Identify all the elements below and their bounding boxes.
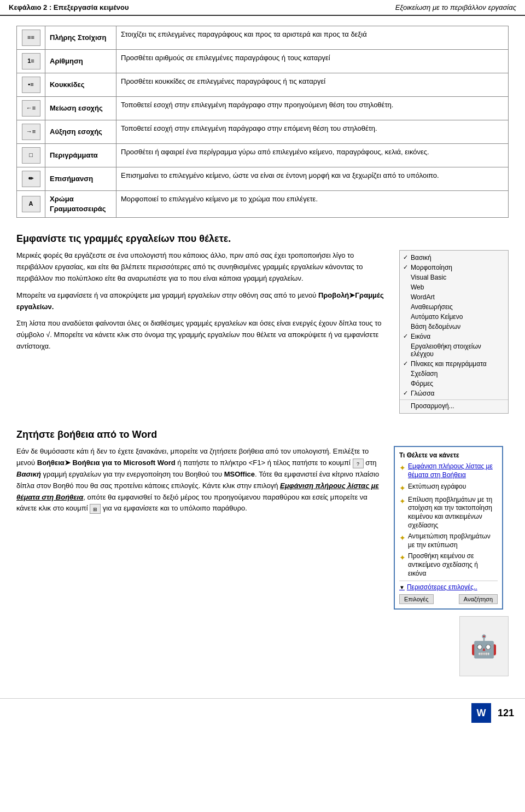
toolbar-item-desc: Προσθέτει κουκκίδες σε επιλεγμένες παραγ…	[116, 73, 509, 97]
menu-item[interactable]: WordArt	[400, 292, 508, 302]
help-button-icon: ?	[353, 459, 364, 468]
menu-item[interactable]: Web	[400, 282, 508, 292]
help-dialog-title: Τι Θέλετε να κάνετε	[399, 451, 498, 459]
menu-item[interactable]: Αυτόματο Κείμενο	[400, 312, 508, 322]
toolbar-item-name: Χρώμα Γραμματοσειράς	[45, 191, 116, 218]
toolbar-menu-box: ΒασικήΜορφοποίησηVisual BasicWebWordArtΑ…	[399, 250, 509, 414]
menu-item[interactable]: Visual Basic	[400, 272, 508, 282]
section2-heading: Ζητήστε βοήθεια από το Word	[16, 429, 509, 440]
toolbar-item-desc: Προσθέτει ή αφαιρεί ένα περίγραμμα γύρω …	[116, 144, 509, 167]
toolbar-item-name: Κουκκίδες	[45, 73, 116, 97]
format-table: ≡≡Πλήρης ΣτοίχισηΣτοιχίζει τις επιλεγμέν…	[16, 26, 509, 218]
menu-item[interactable]: Αναθεωρήσεις	[400, 302, 508, 312]
help-list-item: ✦Αντιμετώπιση προβλημάτων με την εκτύπωσ…	[399, 532, 498, 549]
menu-item[interactable]: Σχεδίαση	[400, 369, 508, 379]
highlight-icon: ✏	[17, 167, 45, 191]
toolbar-item-desc: Τοποθετεί εσοχή στην επιλεγμένη παράγραφ…	[116, 120, 509, 144]
section1-heading: Εμφανίστε τις γραμμές εργαλείων που θέλε…	[16, 233, 509, 245]
section1-para2: Μπορείτε να εμφανίσετε ή να αποκρύψετε μ…	[16, 290, 388, 313]
toolbar-item-desc: Μορφοποιεί το επιλεγμένο κείμενο με το χ…	[116, 191, 509, 218]
toolbar-item-name: Αρίθμηση	[45, 50, 116, 73]
toolbar-item-name: Επισήμανση	[45, 167, 116, 191]
toolbar-item-name: Πλήρης Στοίχιση	[45, 26, 116, 50]
font-color-icon: A	[17, 191, 45, 218]
page-header: Κεφάλαιο 2 : Επεξεργασία κειμένου Εξοικε…	[0, 0, 525, 16]
toolbar-item-desc: Επισημαίνει το επιλεγμένο κείμενο, ώστε …	[116, 167, 509, 191]
toolbar-item-name: Αύξηση εσοχής	[45, 120, 116, 144]
help-list-item: ✦Προσθήκη κειμένου σε αντικείμενο σχεδία…	[399, 552, 498, 578]
section2-para1: Εάν δε θυμόσαστε κάτι ή δεν το έχετε ξαν…	[16, 446, 383, 514]
help-options-button[interactable]: Επιλογές	[399, 594, 434, 604]
help-dialog-box: Τι Θέλετε να κάνετε ✦Εμφάνιση πλήρους λί…	[394, 446, 503, 610]
border-icon: □	[17, 144, 45, 167]
menu-item[interactable]: Εικόνα	[400, 332, 508, 341]
menu-item[interactable]: Φόρμες	[400, 379, 508, 388]
help-divider	[399, 581, 498, 581]
menu-item[interactable]: Βάση δεδομένων	[400, 322, 508, 332]
menu-separator	[400, 399, 508, 400]
toolbar-item-desc: Προσθέτει αριθμούς σε επιλεγμένες παραγρ…	[116, 50, 509, 73]
toolbar-item-desc: Τοποθετεί εσοχή στην επιλεγμένη παράγραφ…	[116, 97, 509, 120]
section1-text: Μερικές φορές θα εργάζεστε σε ένα υπολογ…	[16, 250, 388, 414]
section1-content: Μερικές φορές θα εργάζεστε σε ένα υπολογ…	[16, 250, 509, 414]
toolbar-item-name: Περιγράμματα	[45, 144, 116, 167]
chapter-title: Κεφάλαιο 2 : Επεξεργασία κειμένου	[9, 3, 129, 11]
bottom-right-panel: Τι Θέλετε να κάνετε ✦Εμφάνιση πλήρους λί…	[394, 446, 509, 676]
book-section-title: Εξοικείωση με το περιβάλλον εργασίας	[395, 3, 516, 11]
help-expand-link[interactable]: ▼ Περισσότερες επιλογές..	[399, 583, 498, 591]
menu-item[interactable]: Μορφοποίηση	[400, 263, 508, 272]
expand-icon: ⊞	[90, 504, 101, 514]
menu-screenshot: ΒασικήΜορφοποίησηVisual BasicWebWordArtΑ…	[399, 250, 509, 414]
expand-arrow-icon: ▼	[399, 584, 405, 590]
help-list-item[interactable]: ✦Εμφάνιση πλήρους λίστας με θέματα στη Β…	[399, 462, 498, 479]
page-footer: W 121	[0, 698, 525, 727]
help-search-button[interactable]: Αναζήτηση	[459, 594, 498, 604]
menu-item[interactable]: Προσαρμογή...	[400, 401, 508, 411]
word-logo-icon: W	[471, 703, 491, 723]
office-assistant-character: 🤖	[459, 616, 509, 676]
help-list-item: ✦Επίλυση προβλημάτων με τη στοίχιση και …	[399, 496, 498, 530]
toolbar-item-desc: Στοιχίζει τις επιλεγμένες παραγράφους κα…	[116, 26, 509, 50]
main-content: ≡≡Πλήρης ΣτοίχισηΣτοιχίζει τις επιλεγμέν…	[0, 16, 525, 687]
help-list-item: ✦Εκτύπωση εγράφου	[399, 483, 498, 493]
section2-content: Εάν δε θυμόσαστε κάτι ή δεν το έχετε ξαν…	[16, 446, 509, 676]
increase-indent-icon: →≡	[17, 120, 45, 144]
toolbar-item-name: Μείωση εσοχής	[45, 97, 116, 120]
help-footer: Επιλογές Αναζήτηση	[399, 594, 498, 604]
align-justify-icon: ≡≡	[17, 26, 45, 50]
menu-item[interactable]: Γλώσσα	[400, 388, 508, 398]
bullets-icon: •≡	[17, 73, 45, 97]
page-number: 121	[498, 707, 514, 719]
section2-text: Εάν δε θυμόσαστε κάτι ή δεν το έχετε ξαν…	[16, 446, 383, 676]
menu-item[interactable]: Βασική	[400, 253, 508, 263]
menu-item[interactable]: Εργαλειοθήκη στοιχείων ελέγχου	[400, 341, 508, 359]
menu-item[interactable]: Πίνακες και περιγράμματα	[400, 359, 508, 369]
section1-para3: Στη λίστα που αναδύεται φαίνονται όλες ο…	[16, 318, 388, 352]
numbering-icon: 1≡	[17, 50, 45, 73]
decrease-indent-icon: ←≡	[17, 97, 45, 120]
section1-para1: Μερικές φορές θα εργάζεστε σε ένα υπολογ…	[16, 250, 388, 284]
